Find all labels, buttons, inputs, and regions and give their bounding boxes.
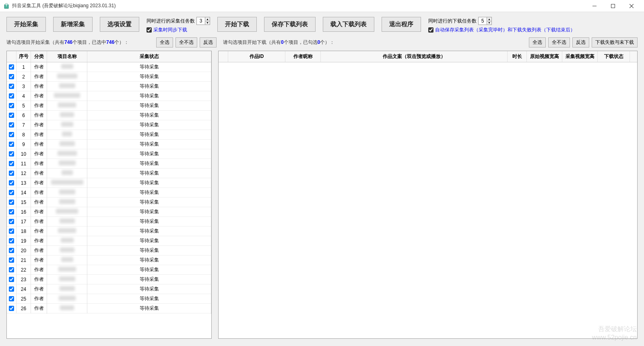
table-row[interactable]: 6作者等待采集 (7, 111, 211, 120)
row-status: 等待采集 (87, 100, 211, 111)
row-checkbox[interactable] (9, 229, 14, 234)
left-select-all-button[interactable]: 全选 (156, 37, 173, 47)
load-list-button[interactable]: 载入下载列表 (323, 17, 374, 32)
table-row[interactable]: 14作者等待采集 (7, 188, 211, 198)
header-duration[interactable]: 时长 (508, 51, 527, 62)
row-checkbox[interactable] (9, 248, 14, 253)
row-checkbox[interactable] (9, 84, 14, 89)
right-select-none-button[interactable]: 全不选 (548, 37, 570, 47)
row-checkbox[interactable] (9, 180, 14, 185)
table-row[interactable]: 2作者等待采集 (7, 72, 211, 82)
row-index: 23 (17, 275, 31, 284)
spinner-down-icon[interactable]: ▼ (205, 21, 210, 25)
header-name[interactable]: 项目名称 (47, 51, 87, 62)
svg-rect-1 (611, 4, 615, 8)
header-index[interactable]: 序号 (17, 51, 31, 62)
row-checkbox[interactable] (9, 64, 14, 70)
collect-table-body[interactable]: 1作者等待采集2作者等待采集3作者等待采集4作者等待采集5作者等待采集6作者等待… (7, 62, 211, 338)
header-status[interactable]: 采集状态 (87, 51, 211, 62)
row-checkbox[interactable] (9, 219, 14, 224)
table-row[interactable]: 23作者等待采集 (7, 275, 211, 284)
minimize-button[interactable] (585, 0, 604, 12)
header-collect-size[interactable]: 采集视频宽高 (562, 51, 598, 62)
table-row[interactable]: 26作者等待采集 (7, 304, 211, 313)
row-checkbox[interactable] (9, 306, 14, 311)
download-failed-button[interactable]: 下载失败与未下载 (592, 37, 638, 47)
spinner-up-icon[interactable]: ▲ (205, 17, 210, 21)
row-checkbox[interactable] (9, 190, 14, 195)
row-checkbox[interactable] (9, 277, 14, 282)
table-row[interactable]: 19作者等待采集 (7, 236, 211, 246)
row-checkbox[interactable] (9, 161, 14, 166)
row-checkbox[interactable] (9, 296, 14, 301)
options-button[interactable]: 选项设置 (100, 17, 139, 32)
right-invert-button[interactable]: 反选 (572, 37, 589, 47)
header-caption[interactable]: 作品文案（双击预览或播放） (321, 51, 508, 62)
header-work-id[interactable]: 作品ID (228, 51, 285, 62)
table-row[interactable]: 1作者等待采集 (7, 62, 211, 72)
table-row[interactable]: 10作者等待采集 (7, 149, 211, 159)
row-checkbox[interactable] (9, 267, 14, 272)
header-src-size[interactable]: 原始视频宽高 (527, 51, 562, 62)
row-checkbox[interactable] (9, 122, 14, 128)
table-row[interactable]: 9作者等待采集 (7, 140, 211, 149)
table-row[interactable]: 22作者等待采集 (7, 265, 211, 275)
collect-tasks-input[interactable] (197, 17, 205, 25)
header-category[interactable]: 分类 (31, 51, 47, 62)
left-select-none-button[interactable]: 全不选 (175, 37, 197, 47)
row-checkbox[interactable] (9, 93, 14, 99)
row-checkbox[interactable] (9, 142, 14, 147)
start-collect-button[interactable]: 开始采集 (6, 17, 46, 32)
save-list-button[interactable]: 保存下载列表 (264, 17, 316, 32)
header-download-status[interactable]: 下载状态 (598, 51, 630, 62)
table-row[interactable]: 15作者等待采集 (7, 198, 211, 207)
row-checkbox[interactable] (9, 209, 14, 214)
autosave-checkbox[interactable] (428, 27, 433, 33)
exit-button[interactable]: 退出程序 (382, 17, 421, 32)
right-select-all-button[interactable]: 全选 (529, 37, 546, 47)
sync-download-checkbox-row[interactable]: 采集时同步下载 (147, 27, 210, 33)
row-checkbox[interactable] (9, 171, 14, 176)
table-row[interactable]: 25作者等待采集 (7, 294, 211, 304)
sync-download-checkbox[interactable] (147, 27, 152, 33)
table-row[interactable]: 17作者等待采集 (7, 217, 211, 227)
table-row[interactable]: 20作者等待采集 (7, 246, 211, 255)
table-row[interactable]: 4作者等待采集 (7, 91, 211, 101)
download-table-body[interactable] (219, 62, 637, 338)
close-button[interactable] (622, 0, 641, 12)
table-row[interactable]: 8作者等待采集 (7, 130, 211, 140)
maximize-button[interactable] (604, 0, 622, 12)
table-row[interactable]: 24作者等待采集 (7, 284, 211, 294)
table-row[interactable]: 21作者等待采集 (7, 255, 211, 265)
left-invert-button[interactable]: 反选 (200, 37, 217, 47)
start-download-button[interactable]: 开始下载 (217, 17, 257, 32)
row-checkbox[interactable] (9, 286, 14, 292)
row-checkbox[interactable] (9, 200, 14, 205)
row-checkbox[interactable] (9, 113, 14, 118)
titlebar: 抖音采集工具 (吾爱破解论坛biqiang 2023.01.31) (0, 0, 644, 12)
table-row[interactable]: 7作者等待采集 (7, 120, 211, 130)
row-category: 作者 (31, 119, 47, 130)
row-category: 作者 (31, 168, 47, 179)
table-row[interactable]: 18作者等待采集 (7, 227, 211, 236)
table-row[interactable]: 16作者等待采集 (7, 207, 211, 217)
spinner-down-icon[interactable]: ▼ (487, 21, 491, 25)
row-checkbox[interactable] (9, 132, 14, 137)
download-tasks-input[interactable] (479, 17, 487, 25)
table-row[interactable]: 11作者等待采集 (7, 159, 211, 169)
table-row[interactable]: 12作者等待采集 (7, 169, 211, 178)
row-checkbox[interactable] (9, 257, 14, 263)
row-checkbox[interactable] (9, 74, 14, 79)
row-checkbox[interactable] (9, 103, 14, 108)
header-author[interactable]: 作者昵称 (285, 51, 321, 62)
download-tasks-spinner[interactable]: ▲▼ (478, 17, 492, 25)
spinner-up-icon[interactable]: ▲ (487, 17, 491, 21)
row-checkbox[interactable] (9, 238, 14, 243)
collect-tasks-spinner[interactable]: ▲▼ (196, 17, 210, 25)
autosave-checkbox-row[interactable]: 自动保存采集列表（采集完毕时）和下载失败列表（下载结束后） (428, 27, 575, 33)
row-checkbox[interactable] (9, 151, 14, 157)
new-collect-button[interactable]: 新增采集 (53, 17, 93, 32)
table-row[interactable]: 3作者等待采集 (7, 82, 211, 91)
table-row[interactable]: 13作者等待采集 (7, 178, 211, 188)
table-row[interactable]: 5作者等待采集 (7, 101, 211, 111)
